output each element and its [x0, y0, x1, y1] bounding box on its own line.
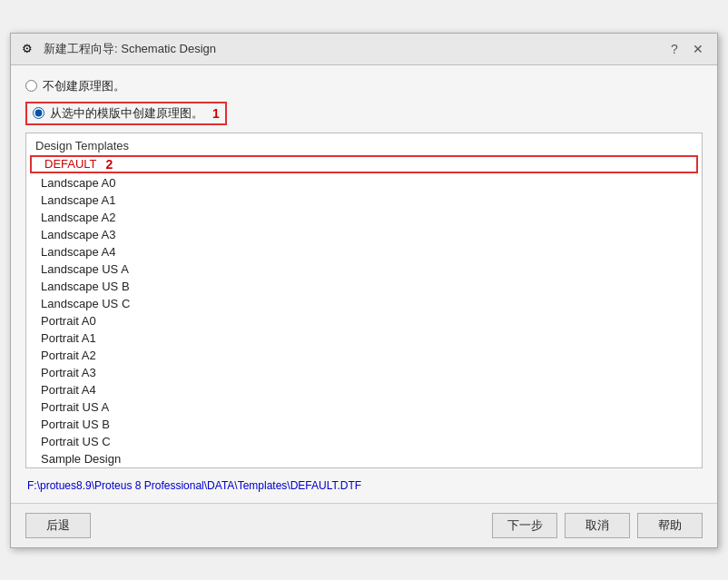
list-item-portraitA3[interactable]: Portrait A3 — [26, 364, 702, 381]
list-item-landscapeA0[interactable]: Landscape A0 — [26, 174, 702, 192]
badge-1: 1 — [212, 106, 220, 121]
list-item-landscapeA4[interactable]: Landscape A4 — [26, 243, 702, 261]
list-item-landscapeA2[interactable]: Landscape A2 — [26, 209, 702, 226]
badge-2: 2 — [106, 157, 113, 172]
back-button[interactable]: 后退 — [25, 513, 91, 538]
list-group-label: Design Templates — [26, 137, 702, 154]
list-item-landscapeA3[interactable]: Landscape A3 — [26, 226, 702, 243]
list-item-landscapeUSC[interactable]: Landscape US C — [26, 295, 702, 312]
radio-no-schematic-input[interactable] — [25, 80, 37, 92]
radio-no-schematic[interactable]: 不创建原理图。 — [25, 78, 703, 94]
list-item-portraitA1[interactable]: Portrait A1 — [26, 329, 702, 347]
title-bar-controls: ? ✕ — [666, 41, 706, 57]
list-item-portraitUSC[interactable]: Portrait US C — [26, 433, 702, 450]
list-item-landscapeUSA[interactable]: Landscape US A — [26, 261, 702, 278]
radio-no-schematic-label: 不创建原理图。 — [43, 78, 125, 94]
next-button[interactable]: 下一步 — [492, 513, 557, 538]
radio-from-template-input[interactable] — [33, 107, 44, 119]
list-item-portraitA2[interactable]: Portrait A2 — [26, 347, 702, 364]
list-item-default-label: DEFAULT — [44, 157, 97, 171]
dialog-footer: 后退 下一步 取消 帮助 — [11, 503, 717, 547]
list-item-sampleDesign[interactable]: Sample Design — [26, 450, 702, 467]
list-item-portraitUSA[interactable]: Portrait US A — [26, 398, 702, 416]
dialog-window: ⚙ 新建工程向导: Schematic Design ? ✕ 不创建原理图。 从… — [10, 33, 718, 548]
footer-right-buttons: 下一步 取消 帮助 — [492, 513, 703, 538]
dialog-body: 不创建原理图。 从选中的模版中创建原理图。 1 Design Templates… — [11, 65, 717, 503]
help-button[interactable]: ? — [666, 41, 683, 57]
list-item-landscapeUSB[interactable]: Landscape US B — [26, 278, 702, 295]
list-item-default[interactable]: DEFAULT 2 — [30, 155, 698, 173]
cancel-button[interactable]: 取消 — [565, 513, 630, 538]
app-icon: ⚙ — [22, 42, 36, 56]
list-item-landscapeA1[interactable]: Landscape A1 — [26, 192, 702, 209]
footer-left-buttons: 后退 — [25, 513, 91, 538]
list-item-portraitA0[interactable]: Portrait A0 — [26, 312, 702, 329]
title-bar-left: ⚙ 新建工程向导: Schematic Design — [22, 41, 216, 57]
close-button[interactable]: ✕ — [690, 41, 706, 57]
list-item-portraitA4[interactable]: Portrait A4 — [26, 381, 702, 398]
list-item-portraitUSB[interactable]: Portrait US B — [26, 416, 702, 433]
dialog-title: 新建工程向导: Schematic Design — [44, 41, 216, 57]
radio-from-template-label: 从选中的模版中创建原理图。 — [50, 105, 203, 122]
template-list-panel[interactable]: Design Templates DEFAULT 2 Landscape A0 … — [25, 133, 703, 468]
radio-from-template-row[interactable]: 从选中的模版中创建原理图。 1 — [25, 102, 227, 125]
selected-path-label: F:\protues8.9\Proteus 8 Professional\DAT… — [25, 476, 703, 494]
title-bar: ⚙ 新建工程向导: Schematic Design ? ✕ — [11, 34, 717, 65]
help-footer-button[interactable]: 帮助 — [637, 513, 703, 538]
